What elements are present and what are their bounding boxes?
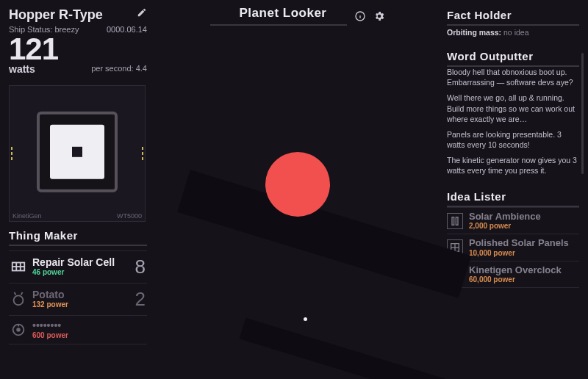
thing-item[interactable]: Potato132 power2: [9, 284, 147, 316]
edit-icon[interactable]: [137, 7, 147, 18]
gear-icon[interactable]: [373, 10, 385, 22]
solar-cell-icon: [10, 259, 26, 275]
idea-cost: 10,000 power: [469, 249, 569, 257]
fact-holder-title: Fact Holder: [447, 7, 579, 26]
thing-name: ••••••••: [32, 320, 140, 331]
thing-name: Potato: [32, 289, 129, 300]
ship-name: Hopper R-Type: [9, 7, 103, 23]
thing-count: 2: [135, 288, 146, 311]
thing-item[interactable]: Repair Solar Cell46 power8: [9, 251, 147, 284]
thing-cost: 46 power: [32, 268, 129, 276]
thing-cost: 132 power: [32, 300, 129, 308]
frame-label-left: KinetiGen: [12, 212, 42, 220]
log-text: Bloody hell that obnoxious boot up. Emba…: [447, 67, 579, 177]
stardate: 0000.06.14: [107, 25, 147, 34]
idea-name: Solar Ambience: [469, 212, 541, 222]
thing-count: 8: [135, 256, 146, 278]
planet-looker-title: Planet Looker: [210, 6, 348, 26]
log-scrollbar[interactable]: [581, 53, 584, 174]
thing-name: Repair Solar Cell: [32, 257, 129, 268]
idea-lister-title: Idea Lister: [447, 189, 579, 207]
watts-per-second: per second: 4.4: [91, 64, 147, 75]
log-line: Well there we go, all up & running. Buil…: [447, 93, 579, 124]
ambience-icon: [447, 213, 463, 229]
svg-point-8: [17, 328, 20, 331]
idea-item[interactable]: Solar Ambience2,000 power: [447, 208, 579, 234]
idea-name: Polished Solar Panels: [469, 238, 569, 248]
info-icon[interactable]: [354, 10, 366, 22]
thing-item[interactable]: ••••••••600 power: [9, 316, 147, 344]
idea-cost: 60,000 power: [469, 275, 562, 284]
svg-rect-14: [456, 217, 458, 225]
ship-viewer[interactable]: KinetiGen WT5000: [9, 85, 146, 222]
ship-body: [37, 112, 118, 192]
svg-point-4: [14, 296, 24, 306]
locked-icon: [10, 322, 26, 338]
planet[interactable]: [265, 152, 330, 217]
log-line: The kinetic generator now gives you 3 wa…: [447, 155, 579, 177]
log-line: Bloody hell that obnoxious boot up. Emba…: [447, 67, 579, 87]
svg-line-6: [21, 292, 23, 295]
thing-maker-title: Thing Maker: [9, 228, 147, 246]
watts-value: 121: [9, 35, 58, 63]
svg-line-5: [15, 292, 16, 295]
idea-name: Kinetigen Overclock: [469, 265, 562, 275]
log-line: Panels are looking presentable. 3 watts …: [447, 129, 579, 150]
svg-rect-13: [452, 217, 454, 225]
word-outputter-title: Word Outputter: [447, 48, 579, 67]
frame-label-right: WT5000: [117, 212, 142, 220]
potato-icon: [10, 291, 26, 307]
thing-cost: 600 power: [32, 331, 140, 339]
moon: [304, 317, 307, 321]
idea-cost: 2,000 power: [469, 222, 541, 230]
fact-orbit: Orbiting mass: no idea: [447, 28, 579, 37]
